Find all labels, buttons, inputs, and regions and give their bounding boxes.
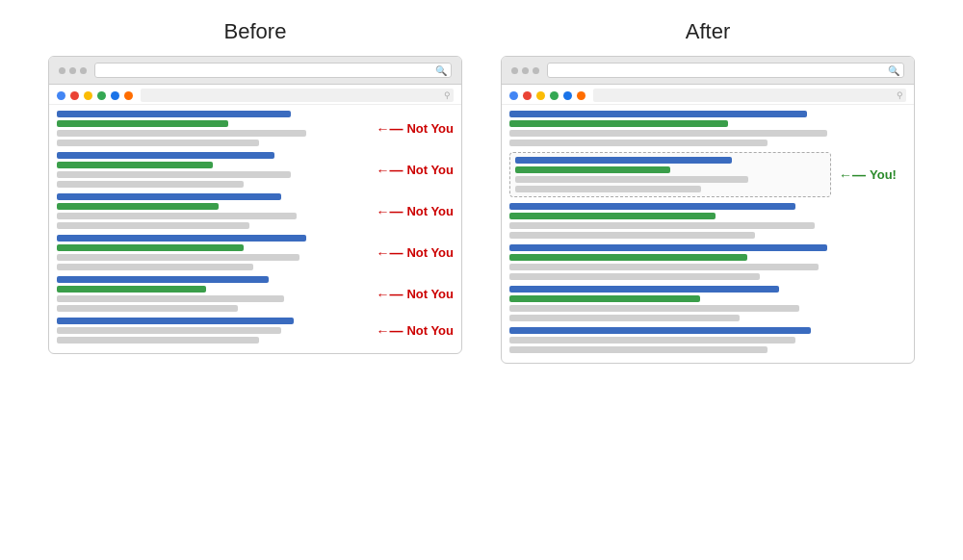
address-bar[interactable]: 🔍	[94, 63, 452, 78]
bar-blue	[509, 327, 811, 334]
bar-gray-2	[57, 222, 249, 229]
result-item	[509, 327, 906, 353]
bar-green	[57, 203, 219, 210]
bar-green	[509, 213, 716, 219]
bar-gray-1	[509, 222, 815, 229]
before-nav-row: ⚲	[49, 85, 461, 105]
bar-gray-2	[57, 264, 253, 270]
bar-blue	[57, 193, 281, 200]
after-result-5	[509, 286, 906, 321]
not-you-label-2: ←— Not You	[376, 163, 454, 178]
bar-blue	[57, 235, 306, 242]
before-result-5: ←— Not You	[57, 276, 454, 312]
bar-gray-2	[57, 337, 259, 344]
before-result-3: ←— Not You	[57, 193, 454, 229]
cdot-blue	[509, 91, 518, 100]
after-result-3	[509, 203, 906, 239]
bar-blue	[57, 318, 294, 324]
cdot-green	[97, 91, 106, 100]
bar-green	[57, 244, 244, 251]
arrow-icon: ←—	[376, 287, 403, 302]
dot1	[59, 67, 65, 74]
bar-blue	[509, 111, 807, 117]
not-you-label-5: ←— Not You	[376, 287, 454, 302]
arrow-icon: ←—	[376, 121, 403, 137]
search-icon: 🔍	[888, 65, 899, 76]
after-address-bar[interactable]: 🔍	[547, 63, 904, 78]
before-result-4: ←— Not You	[57, 235, 454, 270]
bar-gray-2	[57, 305, 238, 312]
bar-green	[57, 120, 228, 127]
not-you-label-4: ←— Not You	[376, 245, 454, 261]
bar-blue	[509, 244, 827, 251]
dot3	[533, 67, 539, 74]
browser-dots	[59, 67, 87, 74]
arrow-icon: ←—	[376, 204, 403, 219]
dot3	[80, 67, 87, 74]
before-cdots	[57, 91, 133, 100]
search-mag: ⚲	[444, 90, 451, 100]
result-item	[509, 111, 906, 146]
bar-gray-2	[509, 232, 755, 239]
cdot-darkblue	[111, 91, 119, 100]
cdot-orange	[124, 91, 133, 100]
after-searchbar[interactable]: ⚲	[593, 89, 906, 102]
result-item	[509, 203, 906, 239]
bar-gray-2	[57, 181, 244, 188]
result-item	[57, 276, 368, 312]
bar-gray-2	[509, 273, 760, 280]
after-result-1	[509, 111, 906, 146]
search-mag: ⚲	[897, 90, 903, 100]
after-results: ←— You!	[502, 105, 914, 363]
arrow-you-icon: ←—	[839, 167, 866, 183]
not-you-label-1: ←— Not You	[376, 121, 454, 137]
bar-gray-1	[57, 327, 281, 334]
after-result-4	[509, 244, 906, 280]
bar-gray-1	[515, 176, 748, 183]
bar-green	[57, 286, 206, 293]
main-layout: Before 🔍	[29, 19, 934, 364]
before-browser: 🔍 ⚲	[48, 56, 462, 354]
after-title: After	[686, 19, 730, 44]
bar-blue	[57, 111, 291, 117]
bar-blue	[515, 157, 732, 164]
result-item	[57, 111, 368, 146]
result-item	[57, 235, 368, 270]
cdot-red	[70, 91, 79, 100]
bar-gray-2	[509, 346, 768, 353]
before-result-6: ←— Not You	[57, 318, 454, 344]
cdot-blue	[57, 91, 65, 100]
cdot-orange	[577, 91, 586, 100]
cdot-darkblue	[563, 91, 572, 100]
before-toolbar: 🔍	[49, 57, 461, 85]
result-item	[509, 244, 906, 280]
after-cdots	[509, 91, 586, 100]
cdot-yellow	[536, 91, 545, 100]
dot2	[69, 67, 76, 74]
bar-gray-1	[57, 254, 299, 261]
result-item	[57, 318, 368, 344]
result-item	[57, 152, 368, 188]
before-result-2: ←— Not You	[57, 152, 454, 188]
before-column: Before 🔍	[48, 19, 462, 364]
after-column: After 🔍	[501, 19, 915, 364]
bar-gray-2	[57, 140, 259, 146]
before-result-1: ←— Not You	[57, 111, 454, 146]
arrow-icon: ←—	[376, 323, 403, 339]
bar-green	[509, 254, 747, 261]
bar-gray-1	[57, 213, 297, 219]
bar-gray-1	[509, 305, 799, 312]
not-you-label-6: ←— Not You	[376, 323, 454, 339]
before-results: ←— Not You ←— Not You	[49, 105, 461, 353]
after-browser-dots	[511, 67, 539, 74]
dot1	[511, 67, 518, 74]
before-searchbar[interactable]: ⚲	[141, 89, 454, 102]
bar-blue	[57, 276, 269, 283]
arrow-icon: ←—	[376, 163, 403, 178]
bar-gray-1	[509, 337, 795, 344]
after-result-highlighted: ←— You!	[509, 152, 906, 197]
arrow-icon: ←—	[376, 245, 403, 261]
search-icon: 🔍	[435, 65, 447, 76]
after-nav-row: ⚲	[502, 85, 914, 105]
bar-blue	[509, 286, 779, 293]
